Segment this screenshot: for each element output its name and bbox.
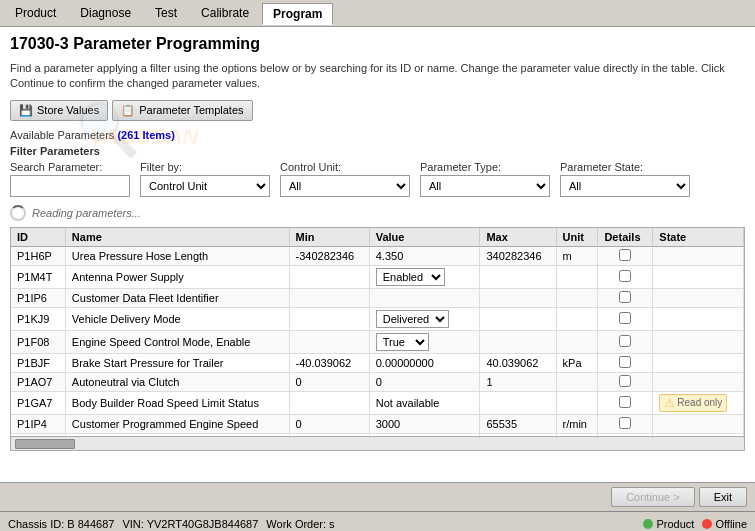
cell-value: 3000	[369, 414, 480, 433]
cell-max	[480, 391, 556, 414]
cell-details[interactable]	[598, 265, 653, 288]
control-unit-select[interactable]: All	[280, 175, 410, 197]
table-row: P1GA7Body Builder Road Speed Limit Statu…	[11, 391, 744, 414]
cell-details[interactable]	[598, 353, 653, 372]
menu-calibrate[interactable]: Calibrate	[190, 2, 260, 24]
details-checkbox[interactable]	[619, 312, 631, 324]
parameter-templates-button[interactable]: 📋 Parameter Templates	[112, 100, 252, 121]
control-unit-label: Control Unit:	[280, 161, 410, 173]
col-unit: Unit	[556, 228, 598, 247]
menu-test[interactable]: Test	[144, 2, 188, 24]
cell-details[interactable]	[598, 391, 653, 414]
value-select[interactable]: TrueFalse	[376, 333, 429, 351]
table-row: P1F08Engine Speed Control Mode, EnableTr…	[11, 330, 744, 353]
read-only-badge: ⚠Read only	[659, 394, 727, 412]
details-checkbox[interactable]	[619, 270, 631, 282]
cell-id: P1IP4	[11, 414, 65, 433]
details-checkbox[interactable]	[619, 249, 631, 261]
cell-max: 1	[480, 372, 556, 391]
exit-button[interactable]: Exit	[699, 487, 747, 507]
offline-dot	[702, 519, 712, 529]
cell-details[interactable]	[598, 288, 653, 307]
cell-name: Body Builder Road Speed Limit Status	[65, 391, 289, 414]
table-row: P1H6PUrea Pressure Hose Length-340282346…	[11, 246, 744, 265]
cell-unit	[556, 391, 598, 414]
details-checkbox[interactable]	[619, 291, 631, 303]
cell-state	[653, 353, 744, 372]
toolbar: 💾 Store Values 📋 Parameter Templates	[10, 100, 745, 121]
cell-state	[653, 414, 744, 433]
product-dot	[643, 519, 653, 529]
value-select[interactable]: EnabledDisabled	[376, 268, 445, 286]
cell-state	[653, 372, 744, 391]
table-row: P1IP6Customer Data Fleet Identifier	[11, 288, 744, 307]
cell-state	[653, 330, 744, 353]
cell-id: P1M4T	[11, 265, 65, 288]
value-select[interactable]: DeliveredActive	[376, 310, 449, 328]
search-parameter-label: Search Parameter:	[10, 161, 130, 173]
cell-details[interactable]	[598, 372, 653, 391]
col-id: ID	[11, 228, 65, 247]
cell-unit: kPa	[556, 353, 598, 372]
cell-details[interactable]	[598, 246, 653, 265]
cell-value[interactable]: DeliveredActive	[369, 307, 480, 330]
horizontal-scrollbar[interactable]	[10, 437, 745, 451]
main-content: 17030-3 Parameter Programming Find a par…	[0, 27, 755, 482]
cell-name: Vehicle Delivery Mode	[65, 307, 289, 330]
product-label: Product	[656, 518, 694, 530]
table-row: P1M4TAntenna Power SupplyEnabledDisabled	[11, 265, 744, 288]
continue-button[interactable]: Continue >	[611, 487, 695, 507]
cell-unit	[556, 288, 598, 307]
filter-by-select[interactable]: Control Unit	[140, 175, 270, 197]
status-right: Product Offline	[643, 518, 747, 530]
cell-value[interactable]: EnabledDisabled	[369, 265, 480, 288]
parameter-type-label: Parameter Type:	[420, 161, 550, 173]
cell-value: Not available	[369, 391, 480, 414]
loading-indicator: Reading parameters...	[10, 205, 745, 221]
search-parameter-input[interactable]	[10, 175, 130, 197]
cell-details[interactable]	[598, 414, 653, 433]
cell-value: 0	[369, 372, 480, 391]
cell-min	[289, 288, 369, 307]
cell-max	[480, 288, 556, 307]
cell-details[interactable]	[598, 330, 653, 353]
details-checkbox[interactable]	[619, 417, 631, 429]
cell-value[interactable]: TrueFalse	[369, 330, 480, 353]
horizontal-scroll-thumb[interactable]	[15, 439, 75, 449]
cell-min	[289, 307, 369, 330]
parameters-table-wrapper[interactable]: ID Name Min Value Max Unit Details State…	[10, 227, 745, 437]
cell-min: 0	[289, 372, 369, 391]
col-min: Min	[289, 228, 369, 247]
cell-unit	[556, 372, 598, 391]
cell-id: P1KJ9	[11, 307, 65, 330]
details-checkbox[interactable]	[619, 356, 631, 368]
cell-id: P1F08	[11, 330, 65, 353]
menu-program[interactable]: Program	[262, 3, 333, 25]
cell-name: Customer Data Fleet Identifier	[65, 288, 289, 307]
cell-name: Antenna Power Supply	[65, 265, 289, 288]
available-params-count: (261 Items)	[117, 129, 174, 141]
cell-details[interactable]	[598, 307, 653, 330]
cell-unit	[556, 307, 598, 330]
cell-id: P1GA7	[11, 391, 65, 414]
parameter-state-select[interactable]: All	[560, 175, 690, 197]
parameter-type-select[interactable]: All	[420, 175, 550, 197]
cell-value: 0.00000000	[369, 353, 480, 372]
cell-max: 65535	[480, 414, 556, 433]
table-row: P1BJFBrake Start Pressure for Trailer-40…	[11, 353, 744, 372]
cell-name: Customer Programmed Engine Speed	[65, 414, 289, 433]
template-icon: 📋	[121, 104, 135, 117]
spinner-icon	[10, 205, 26, 221]
parameter-templates-label: Parameter Templates	[139, 104, 243, 116]
store-values-button[interactable]: 💾 Store Values	[10, 100, 108, 121]
details-checkbox[interactable]	[619, 335, 631, 347]
menu-diagnose[interactable]: Diagnose	[69, 2, 142, 24]
control-unit-group: Control Unit: All	[280, 161, 410, 197]
menu-product[interactable]: Product	[4, 2, 67, 24]
details-checkbox[interactable]	[619, 375, 631, 387]
details-checkbox[interactable]	[619, 396, 631, 408]
available-params: Available Parameters (261 Items)	[10, 129, 745, 141]
cell-value	[369, 288, 480, 307]
chassis-id: Chassis ID: B 844687	[8, 518, 114, 530]
cell-min	[289, 265, 369, 288]
